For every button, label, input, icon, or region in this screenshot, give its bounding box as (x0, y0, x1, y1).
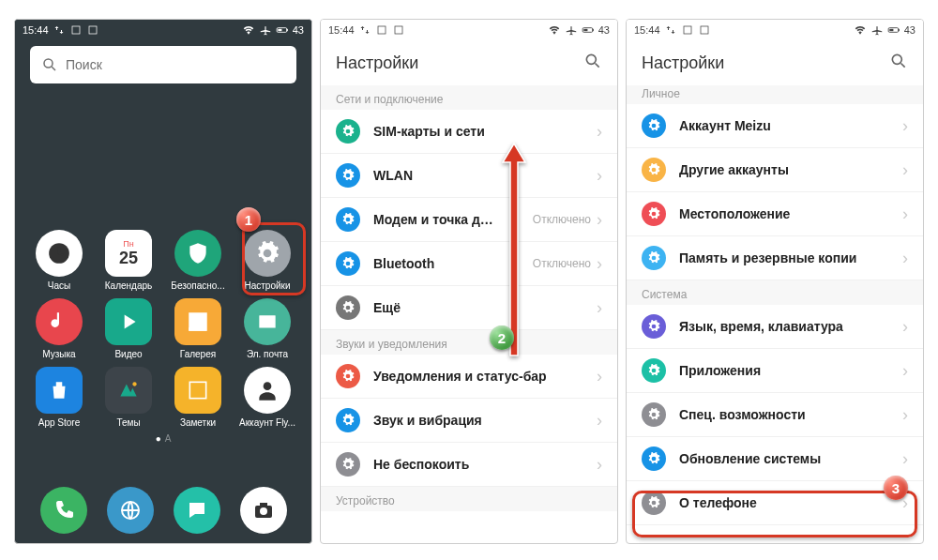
phone-settings-top: 15:44 43 Настройки Сети и подключение SI… (320, 19, 618, 544)
app-icon (36, 298, 83, 345)
app-Музыка[interactable]: Музыка (26, 298, 92, 359)
row-label: Звук и вибрация (373, 413, 597, 428)
row-label: Ещё (373, 300, 597, 315)
row-icon (336, 364, 360, 388)
page-indicator: ●A (15, 433, 311, 444)
app-Настройки[interactable]: Настройки (234, 230, 300, 291)
chevron-right-icon: › (597, 122, 602, 142)
app-icon (174, 298, 221, 345)
wifi-icon (854, 23, 867, 37)
app-Часы[interactable]: Часы (26, 230, 92, 291)
app-icon (174, 367, 221, 414)
chevron-right-icon: › (597, 166, 602, 186)
row-icon (336, 452, 360, 477)
row-label: Местоположение (679, 206, 902, 221)
chevron-right-icon: › (597, 455, 602, 475)
app-label: Видео (114, 349, 142, 359)
card-icon (375, 23, 388, 37)
status-time: 15:44 (328, 24, 355, 36)
app-Календарь[interactable]: Пн25Календарь (96, 230, 161, 291)
search-placeholder: Поиск (66, 57, 102, 72)
app-Галерея[interactable]: Галерея (165, 298, 231, 359)
settings-row[interactable]: Приложения› (627, 349, 923, 393)
settings-row[interactable]: Другие аккаунты› (627, 148, 923, 192)
search-button[interactable] (889, 52, 908, 75)
app-label: Музыка (42, 349, 75, 359)
settings-row[interactable]: Язык, время, клавиатура› (627, 305, 923, 349)
row-label: Другие аккаунты (679, 162, 902, 177)
settings-row[interactable]: Аккаунт Meizu› (627, 104, 923, 148)
settings-row[interactable]: BluetoothОтключено› (321, 242, 617, 286)
app-Эл. почта[interactable]: Эл. почта (234, 298, 300, 359)
row-icon (642, 314, 666, 339)
section-personal: Личное (627, 85, 923, 104)
wifi-icon (242, 23, 255, 37)
phone-home-screen: 15:44 43 Поиск ЧасыПн25КалендарьБезопасн… (14, 19, 312, 544)
row-label: Модем и точка д… (373, 212, 533, 227)
app-icon (244, 298, 291, 345)
settings-row[interactable]: Спец. возможности› (627, 393, 923, 437)
app-Аккаунт Fly...[interactable]: Аккаунт Fly... (234, 367, 300, 428)
row-label: Не беспокоить (373, 457, 597, 472)
dock-camera[interactable] (240, 487, 287, 534)
card-icon (681, 23, 694, 37)
battery-icon (582, 23, 595, 37)
settings-header: Настройки (627, 40, 923, 85)
settings-row[interactable]: Местоположение› (627, 192, 923, 236)
row-icon (642, 402, 666, 427)
settings-row[interactable]: Звук и вибрация› (321, 399, 617, 443)
settings-row[interactable]: SIM-карты и сети› (321, 110, 617, 154)
row-icon (642, 358, 666, 383)
phone-settings-scrolled: 15:44 43 Настройки Личное Аккаунт Meizu›… (626, 19, 924, 544)
app-Темы[interactable]: Темы (96, 367, 161, 428)
download-icon (53, 23, 66, 37)
app-label: App Store (38, 417, 80, 428)
row-label: Язык, время, клавиатура (679, 319, 902, 334)
chevron-right-icon: › (597, 411, 602, 431)
app-Заметки[interactable]: Заметки (165, 367, 231, 428)
dock-phone[interactable] (40, 487, 87, 534)
settings-row[interactable]: WLAN› (321, 154, 617, 198)
row-icon (336, 163, 360, 188)
status-time: 15:44 (634, 24, 660, 36)
search-input[interactable]: Поиск (30, 46, 296, 83)
app-App Store[interactable]: App Store (26, 367, 92, 428)
app-icon (244, 367, 291, 414)
app-label: Безопасно... (171, 280, 224, 291)
annotation-badge-2: 2 (490, 325, 514, 350)
row-label: Приложения (679, 363, 902, 378)
row-label: О телефоне (679, 495, 902, 510)
settings-row[interactable]: Память и резервные копии› (627, 236, 923, 280)
annotation-badge-3: 3 (884, 476, 908, 500)
card-icon-2 (392, 23, 405, 37)
app-Видео[interactable]: Видео (96, 298, 161, 359)
wifi-icon (548, 23, 561, 37)
settings-row[interactable]: Не беспокоить› (321, 443, 617, 487)
chevron-right-icon: › (902, 116, 908, 136)
settings-row[interactable]: Модем и точка д…Отключено› (321, 198, 617, 242)
airplane-icon (259, 23, 272, 37)
chevron-right-icon: › (902, 204, 908, 224)
row-icon (642, 446, 666, 471)
status-time: 15:44 (23, 24, 49, 36)
row-label: Обновление системы (679, 451, 902, 466)
settings-row[interactable]: Уведомления и статус-бар› (321, 355, 617, 399)
battery-level: 43 (904, 24, 915, 36)
row-icon (336, 251, 360, 276)
search-button[interactable] (583, 52, 602, 75)
card-icon-2 (698, 23, 711, 37)
app-Безопасно...[interactable]: Безопасно... (165, 230, 231, 291)
app-icon (174, 230, 221, 277)
dock-messages[interactable] (174, 487, 220, 534)
settings-row[interactable]: О телефоне› (627, 481, 923, 525)
section-device: Устройство (321, 487, 617, 511)
row-label: Bluetooth (373, 256, 533, 271)
dock-browser[interactable] (107, 487, 154, 534)
airplane-icon (565, 23, 578, 37)
app-label: Заметки (180, 417, 216, 428)
settings-row[interactable]: Обновление системы› (627, 437, 923, 481)
chevron-right-icon: › (902, 449, 908, 469)
settings-row[interactable]: Ещё› (321, 286, 617, 330)
battery-level: 43 (598, 24, 610, 36)
row-icon (336, 207, 360, 232)
